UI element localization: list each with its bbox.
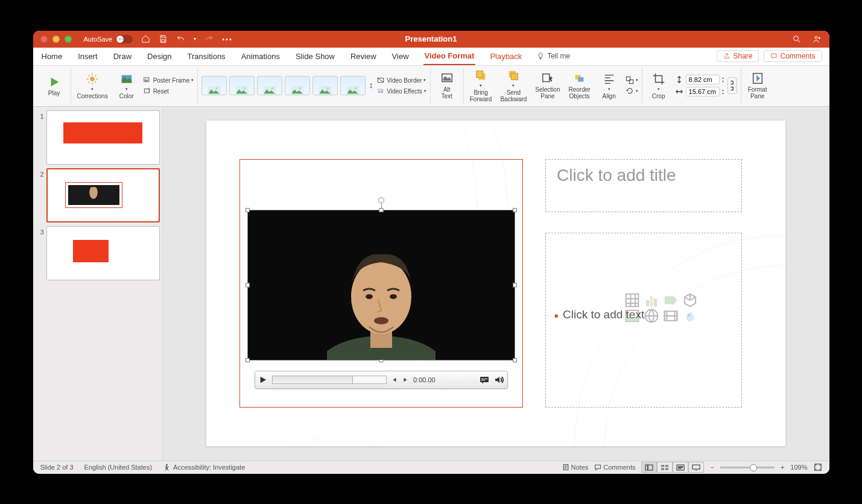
minimize-window-button[interactable] [52, 36, 60, 43]
insert-3d-icon[interactable] [682, 294, 698, 307]
volume-button[interactable] [494, 375, 504, 385]
width-input[interactable] [686, 87, 720, 96]
video-step-back-button[interactable] [391, 377, 398, 383]
tab-playback[interactable]: Playback [489, 48, 523, 65]
reading-view-button[interactable] [673, 462, 688, 473]
insert-icon-icon[interactable] [682, 309, 698, 323]
share-button[interactable]: Share [717, 50, 759, 62]
tab-view[interactable]: View [391, 48, 410, 65]
slideshow-view-button[interactable] [688, 462, 704, 473]
normal-view-button[interactable] [641, 462, 657, 473]
resize-handle[interactable] [246, 283, 250, 288]
zoom-slider[interactable] [720, 467, 775, 468]
send-backward-button[interactable]: ▾Send Backward [498, 68, 529, 104]
tab-design[interactable]: Design [146, 48, 173, 65]
style-preset[interactable] [340, 76, 366, 95]
video-progress-bar[interactable] [272, 376, 387, 384]
close-window-button[interactable] [40, 36, 48, 43]
accessibility-indicator[interactable]: Accessibility: Investigate [163, 464, 245, 471]
style-preset[interactable] [257, 76, 282, 95]
height-spinner[interactable]: ▴▾ [722, 76, 724, 83]
search-icon[interactable] [792, 34, 802, 44]
reorder-objects-button[interactable]: Reorder Objects [566, 71, 592, 101]
rotate-button[interactable]: ▾ [626, 87, 638, 95]
tab-insert[interactable]: Insert [77, 48, 99, 65]
height-input[interactable] [686, 75, 720, 84]
corrections-button[interactable]: ▾ Corrections [75, 71, 110, 101]
insert-table-icon[interactable] [624, 294, 640, 307]
slide-thumbnail-1[interactable] [46, 110, 160, 165]
width-spinner[interactable]: ▴▾ [722, 88, 724, 95]
tell-me[interactable]: Tell me [536, 52, 570, 60]
tab-transitions[interactable]: Transitions [186, 48, 227, 65]
title-placeholder[interactable]: Click to add title [545, 159, 742, 212]
undo-icon[interactable] [176, 34, 185, 43]
video-step-forward-button[interactable] [402, 377, 408, 383]
captions-button[interactable] [480, 375, 489, 385]
resize-handle[interactable] [246, 358, 250, 362]
tab-home[interactable]: Home [40, 48, 64, 65]
slide-thumbnail-2[interactable] [46, 168, 160, 222]
notes-button[interactable]: Notes [562, 464, 589, 471]
slide-thumbnail-3[interactable] [46, 226, 160, 280]
sorter-view-button[interactable] [657, 462, 673, 473]
home-icon[interactable] [141, 34, 150, 43]
redo-icon[interactable] [204, 34, 214, 43]
rotate-handle[interactable] [378, 197, 384, 203]
insert-chart-icon[interactable] [644, 294, 659, 307]
undo-dropdown-icon[interactable]: ▾ [194, 36, 196, 42]
insert-video-icon[interactable] [663, 309, 679, 323]
video-effects-button[interactable]: Video Effects ▾ [376, 87, 426, 95]
resize-handle[interactable] [513, 208, 517, 212]
more-icon[interactable]: ••• [222, 36, 233, 43]
style-preset[interactable] [285, 76, 310, 95]
gallery-scroll[interactable]: ▲▼ [369, 82, 373, 89]
autosave-toggle[interactable]: OFF [116, 35, 133, 43]
poster-frame-button[interactable]: Poster Frame ▾ [143, 76, 194, 84]
lock-aspect-button[interactable] [727, 77, 737, 94]
play-button[interactable]: Play [42, 74, 67, 98]
video-border-button[interactable]: Video Border ▾ [376, 76, 426, 84]
alt-text-button[interactable]: Alt Text [434, 71, 460, 101]
style-preset[interactable] [201, 76, 227, 95]
style-preset[interactable] [229, 76, 255, 95]
format-pane-button[interactable]: Format Pane [745, 71, 770, 101]
video-object[interactable] [247, 210, 515, 361]
text-placeholder[interactable]: Click to add text [545, 233, 742, 408]
insert-smartart-icon[interactable] [663, 294, 679, 307]
reset-button[interactable]: Reset [143, 87, 194, 95]
collaborate-icon[interactable] [813, 34, 822, 44]
selection-pane-button[interactable]: Selection Pane [533, 71, 562, 101]
crop-button[interactable]: ▾Crop [646, 71, 671, 101]
zoom-level[interactable]: 109% [790, 464, 807, 471]
group-button[interactable]: ▾ [626, 76, 638, 84]
comments-status-button[interactable]: Comments [594, 464, 635, 471]
zoom-in-button[interactable]: + [781, 464, 784, 471]
resize-handle[interactable] [246, 208, 250, 212]
zoom-out-button[interactable]: − [710, 464, 714, 471]
save-icon[interactable] [159, 34, 168, 43]
tab-draw[interactable]: Draw [112, 48, 133, 65]
align-button[interactable]: ▾Align [597, 71, 622, 101]
bring-forward-button[interactable]: ▾Bring Forward [467, 68, 495, 104]
slide-canvas[interactable]: 0:00.00 Click to add title Click to add … [163, 107, 829, 461]
video-play-button[interactable] [259, 376, 267, 384]
tab-animations[interactable]: Animations [240, 48, 281, 65]
fit-to-window-button[interactable] [814, 463, 822, 471]
resize-handle[interactable] [513, 358, 517, 362]
maximize-window-button[interactable] [65, 36, 72, 43]
tab-video-format[interactable]: Video Format [423, 48, 476, 65]
tab-review[interactable]: Review [349, 48, 378, 65]
svg-rect-28 [578, 77, 583, 81]
video-styles-gallery[interactable] [201, 76, 366, 95]
language-indicator[interactable]: English (United States) [84, 464, 153, 471]
insert-picture-icon[interactable] [624, 309, 640, 323]
resize-handle[interactable] [379, 208, 384, 212]
tab-slideshow[interactable]: Slide Show [294, 48, 336, 65]
color-button[interactable]: ▾ Color [114, 71, 139, 101]
insert-online-picture-icon[interactable] [644, 309, 659, 323]
style-preset[interactable] [312, 76, 338, 95]
slide-indicator[interactable]: Slide 2 of 3 [40, 464, 74, 471]
resize-handle[interactable] [513, 283, 517, 288]
comments-button[interactable]: Comments [764, 50, 822, 62]
